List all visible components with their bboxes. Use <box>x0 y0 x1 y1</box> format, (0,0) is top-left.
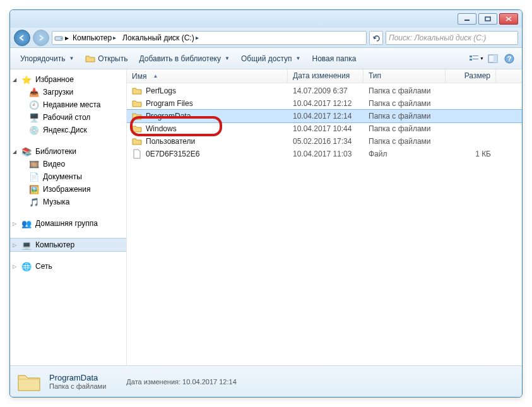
sidebar-libraries[interactable]: 📚Библиотеки <box>10 145 126 158</box>
svg-point-5 <box>61 38 62 39</box>
table-row[interactable]: Program Files10.04.2017 12:12Папка с фай… <box>127 97 522 110</box>
forward-button[interactable] <box>33 30 49 46</box>
status-meta: Дата изменения: 10.04.2017 12:14 <box>126 378 236 386</box>
network-icon: 🌐 <box>21 261 32 271</box>
downloads-icon: 📥 <box>29 87 39 97</box>
sidebar-desktop[interactable]: 🖥️Рабочий стол <box>10 111 126 124</box>
file-date: 10.04.2017 11:03 <box>288 150 364 158</box>
sidebar-music[interactable]: 🎵Музыка <box>10 196 126 208</box>
statusbar: ProgramData Папка с файлами Дата изменен… <box>10 365 522 397</box>
sidebar-recent[interactable]: 🕘Недавние места <box>10 98 126 111</box>
file-name: 0E7D6F3152E6 <box>146 150 199 158</box>
column-name[interactable]: Имя▲ <box>127 69 288 83</box>
computer-icon: 💻 <box>21 240 32 250</box>
list-header: Имя▲ Дата изменения Тип Размер <box>127 69 522 83</box>
document-icon: 📄 <box>29 172 39 182</box>
chevron-down-icon: ▼ <box>296 56 301 61</box>
yadisk-icon: 💿 <box>29 125 39 135</box>
file-list: Имя▲ Дата изменения Тип Размер PerfLogs1… <box>127 69 522 365</box>
column-size[interactable]: Размер <box>446 69 496 83</box>
file-type: Папка с файлами <box>364 124 446 133</box>
list-body[interactable]: PerfLogs14.07.2009 6:37Папка с файламиPr… <box>127 83 522 365</box>
file-name: PerfLogs <box>146 86 176 95</box>
chevron-down-icon: ▼ <box>480 56 484 61</box>
table-row[interactable]: PerfLogs14.07.2009 6:37Папка с файлами <box>127 85 522 97</box>
table-row[interactable]: Пользователи05.02.2016 17:34Папка с файл… <box>127 135 522 148</box>
folder-icon <box>132 111 142 121</box>
file-date: 10.04.2017 12:14 <box>288 112 364 121</box>
file-type: Папка с файлами <box>364 137 446 146</box>
sidebar-pictures[interactable]: 🖼️Изображения <box>10 183 126 196</box>
share-menu[interactable]: Общий доступ▼ <box>236 52 306 66</box>
sidebar-video[interactable]: 🎞️Видео <box>10 158 126 170</box>
column-date[interactable]: Дата изменения <box>288 69 364 83</box>
sidebar-network[interactable]: 🌐Сеть <box>10 260 126 273</box>
breadcrumb[interactable]: ▸ Компьютер▸ Локальный диск (C:)▸ <box>52 31 367 45</box>
file-type: Файл <box>364 150 446 158</box>
minimize-button[interactable] <box>458 13 476 25</box>
refresh-icon <box>372 33 381 42</box>
table-row[interactable]: ProgramData10.04.2017 12:14Папка с файла… <box>127 110 522 122</box>
search-input[interactable]: Поиск: Локальный диск (C:) <box>386 31 518 45</box>
folder-icon <box>132 136 142 146</box>
status-title: ProgramData <box>49 373 106 382</box>
open-button[interactable]: Открыть <box>80 51 133 66</box>
sort-asc-icon: ▲ <box>153 73 158 79</box>
navbar: ▸ Компьютер▸ Локальный диск (C:)▸ Поиск:… <box>10 28 522 48</box>
help-button[interactable]: ? <box>502 51 517 66</box>
sidebar-documents[interactable]: 📄Документы <box>10 170 126 183</box>
chevron-right-icon: ▸ <box>65 33 69 42</box>
sidebar-yadisk[interactable]: 💿Яндекс.Диск <box>10 124 126 136</box>
star-icon: ⭐ <box>21 74 32 85</box>
folder-open-icon <box>85 54 95 64</box>
close-button[interactable] <box>499 13 518 25</box>
sidebar-computer[interactable]: 💻Компьютер <box>10 239 126 251</box>
chevron-down-icon: ▼ <box>225 56 230 61</box>
file-date: 14.07.2009 6:37 <box>288 86 364 95</box>
file-name: Program Files <box>146 99 193 108</box>
sidebar[interactable]: ⭐ Избранное 📥Загрузки 🕘Недавние места 🖥️… <box>10 69 127 365</box>
homegroup-icon: 👥 <box>21 218 32 228</box>
svg-rect-1 <box>485 17 490 21</box>
view-icon <box>469 54 478 63</box>
status-sub: Папка с файлами <box>49 382 106 390</box>
crumb-computer[interactable]: Компьютер▸ <box>70 33 119 42</box>
maximize-button[interactable] <box>478 13 497 25</box>
folder-icon <box>132 124 142 134</box>
preview-icon <box>488 54 498 63</box>
chevron-right-icon: ▸ <box>196 34 199 41</box>
file-size: 1 КБ <box>446 150 496 158</box>
help-icon: ? <box>504 54 514 64</box>
search-placeholder: Поиск: Локальный диск (C:) <box>389 33 486 42</box>
file-date: 05.02.2016 17:34 <box>288 137 364 146</box>
column-type[interactable]: Тип <box>364 69 446 83</box>
file-date: 10.04.2017 10:44 <box>288 124 364 133</box>
organize-menu[interactable]: Упорядочить▼ <box>15 52 79 66</box>
add-to-library-menu[interactable]: Добавить в библиотеку▼ <box>134 52 234 66</box>
sidebar-favorites[interactable]: ⭐ Избранное <box>10 73 126 86</box>
svg-rect-8 <box>470 59 472 61</box>
toolbar: Упорядочить▼ Открыть Добавить в библиоте… <box>10 48 522 69</box>
new-folder-button[interactable]: Новая папка <box>307 52 361 66</box>
chevron-right-icon: ▸ <box>113 34 116 41</box>
table-row[interactable]: Windows10.04.2017 10:44Папка с файлами <box>127 122 522 135</box>
folder-icon <box>132 86 142 96</box>
libraries-icon: 📚 <box>21 146 32 156</box>
file-type: Папка с файлами <box>364 86 446 95</box>
close-icon <box>505 16 512 21</box>
arrow-left-icon <box>18 34 26 42</box>
view-menu[interactable]: ▼ <box>469 51 484 66</box>
sidebar-downloads[interactable]: 📥Загрузки <box>10 86 126 98</box>
titlebar <box>10 10 522 28</box>
svg-text:?: ? <box>507 55 512 62</box>
sidebar-homegroup[interactable]: 👥Домашняя группа <box>10 217 126 230</box>
video-icon: 🎞️ <box>29 159 39 169</box>
table-row[interactable]: 0E7D6F3152E610.04.2017 11:03Файл1 КБ <box>127 148 522 160</box>
preview-pane-button[interactable] <box>485 51 500 66</box>
file-name: Пользователи <box>146 137 195 146</box>
folder-icon <box>132 98 142 109</box>
refresh-button[interactable] <box>369 31 383 45</box>
back-button[interactable] <box>14 30 30 46</box>
crumb-localdisk[interactable]: Локальный диск (C:)▸ <box>120 33 201 42</box>
file-icon <box>132 149 142 159</box>
